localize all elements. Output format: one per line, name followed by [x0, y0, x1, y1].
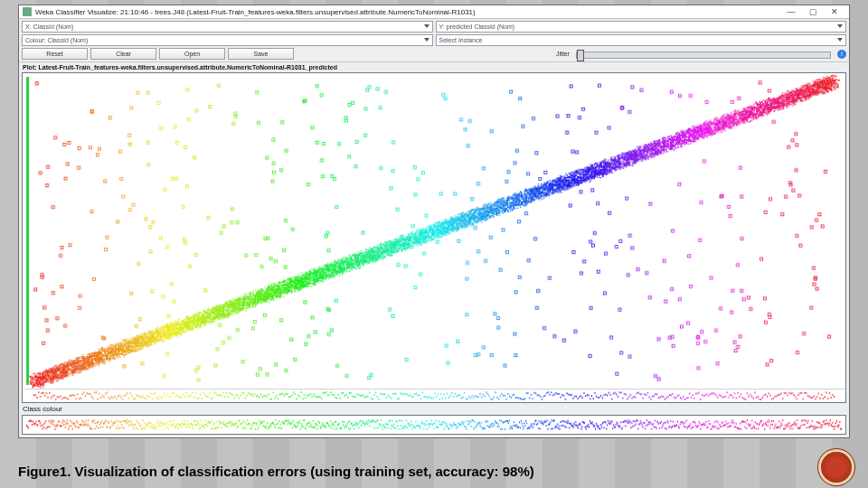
info-icon[interactable]: i — [837, 50, 846, 59]
jitter-thumb[interactable] — [577, 50, 584, 61]
weka-icon — [23, 7, 32, 16]
plot-title: Plot: Latest-Fruit-Train_features-weka.f… — [19, 62, 849, 72]
scatter-canvas[interactable] — [23, 73, 845, 389]
jitter-label: Jitter — [552, 51, 573, 57]
figure-caption: Figure1. Visualization of classification… — [18, 464, 534, 479]
open-button[interactable]: Open — [159, 48, 225, 60]
y-axis-select[interactable]: Y: predicted ClassId (Nom) — [436, 21, 847, 33]
jitter-slider[interactable] — [576, 52, 831, 59]
class-legend — [22, 415, 846, 435]
x-strip — [23, 389, 845, 402]
weka-window: Weka Classifier Visualize: 21:10:46 - tr… — [18, 5, 850, 438]
maximize-button[interactable]: ▢ — [802, 7, 824, 16]
plot-area — [22, 72, 846, 403]
close-button[interactable]: ✕ — [824, 7, 845, 16]
save-button[interactable]: Save — [228, 48, 294, 60]
minimize-button[interactable]: — — [780, 7, 802, 16]
colour-select[interactable]: Colour: ClassId (Nom) — [22, 34, 433, 46]
title-bar: Weka Classifier Visualize: 21:10:46 - tr… — [19, 5, 849, 19]
clear-button[interactable]: Clear — [90, 48, 156, 60]
class-colour-label: Class colour — [19, 403, 849, 415]
controls-panel: X: ClassId (Nom) Y: predicted ClassId (N… — [19, 19, 849, 62]
select-instance[interactable]: Select Instance — [436, 34, 847, 46]
slide-badge-icon — [821, 452, 852, 483]
x-axis-select[interactable]: X: ClassId (Nom) — [22, 21, 433, 33]
reset-button[interactable]: Reset — [22, 48, 88, 60]
window-title: Weka Classifier Visualize: 21:10:46 - tr… — [35, 8, 476, 16]
